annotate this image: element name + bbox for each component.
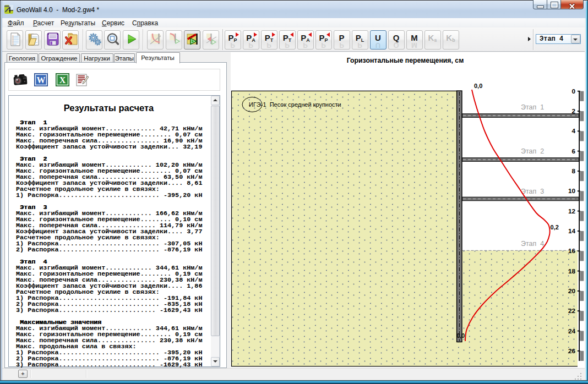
svg-text:24: 24 [568, 327, 576, 335]
svg-text:16: 16 [568, 247, 576, 255]
svg-text:4: 4 [571, 127, 575, 135]
svg-text:W: W [37, 75, 46, 85]
svg-text:Горизонтальные перемещения, см: Горизонтальные перемещения, см [347, 57, 464, 64]
svg-text:18: 18 [568, 267, 576, 275]
svg-text:ИГЭ-1 Песок средней крупности: ИГЭ-1 Песок средней крупности [249, 101, 341, 108]
svg-text:6: 6 [571, 147, 575, 155]
svg-text:X: X [59, 75, 66, 85]
svg-text:10: 10 [568, 187, 576, 195]
svg-text:0,2: 0,2 [551, 224, 559, 231]
svg-text:22: 22 [568, 307, 576, 315]
svg-text:14: 14 [568, 227, 576, 235]
svg-text:12: 12 [568, 207, 576, 215]
svg-text:Этап 2: Этап 2 [521, 147, 544, 155]
svg-text:Этап 4: Этап 4 [521, 240, 544, 248]
svg-text:Этап 1: Этап 1 [521, 103, 544, 111]
svg-text:Этап 3: Этап 3 [521, 188, 544, 195]
svg-text:26: 26 [568, 347, 576, 355]
svg-text:8: 8 [571, 167, 575, 175]
svg-text:0: 0 [571, 87, 575, 95]
svg-text:0,0: 0,0 [474, 83, 482, 89]
svg-text:0,0: 0,0 [456, 332, 465, 339]
svg-text:20: 20 [568, 287, 576, 295]
svg-text:2: 2 [571, 107, 575, 115]
